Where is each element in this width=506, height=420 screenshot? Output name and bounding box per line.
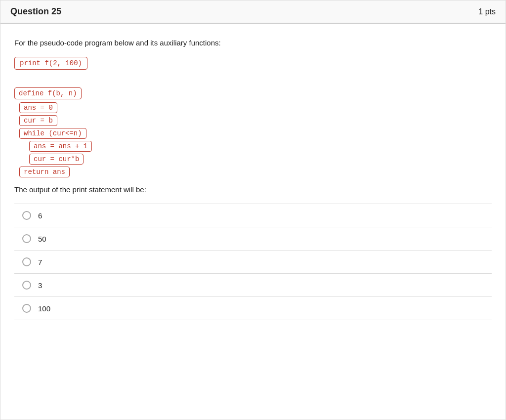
radio-button-1[interactable] (22, 234, 31, 243)
question-body: For the pseudo-code program below and it… (0, 24, 506, 330)
option-label-4: 100 (38, 304, 50, 313)
ans-update-line: ans = ans + 1 (29, 141, 92, 152)
radio-button-4[interactable] (22, 304, 31, 313)
output-text: The output of the print statement will b… (14, 185, 492, 194)
print-call: print f(2, 100) (14, 57, 87, 70)
while-inner: ans = ans + 1 cur = cur*b (19, 141, 492, 165)
define-structure: define f(b, n) ans = 0 cur = b while (cu… (14, 87, 492, 177)
print-call-section: print f(2, 100) (14, 57, 492, 78)
option-label-2: 7 (38, 258, 42, 266)
code-lines: ans = 0 cur = b while (cur<=n) ans = ans… (14, 102, 492, 177)
radio-button-0[interactable] (22, 211, 31, 220)
answer-option-0[interactable]: 6 (14, 204, 492, 227)
cur-update-line: cur = cur*b (29, 154, 84, 165)
answer-option-2[interactable]: 7 (14, 251, 492, 274)
radio-button-3[interactable] (22, 281, 31, 290)
while-block: while (cur<=n) ans = ans + 1 cur = cur*b (19, 128, 492, 165)
radio-button-2[interactable] (22, 257, 31, 266)
option-label-1: 50 (38, 235, 46, 243)
define-header: define f(b, n) (14, 87, 82, 99)
return-stmt-line: return ans (19, 167, 70, 177)
answer-option-1[interactable]: 50 (14, 227, 492, 251)
answer-option-3[interactable]: 3 (14, 274, 492, 297)
answer-option-4[interactable]: 100 (14, 297, 492, 320)
answer-options: 65073100 (14, 204, 492, 320)
question-title: Question 25 (10, 6, 61, 17)
cur-init-line: cur = b (19, 115, 57, 126)
question-text: For the pseudo-code program below and it… (14, 39, 492, 47)
while-header: while (cur<=n) (19, 128, 86, 139)
page-container: Question 25 1 pts For the pseudo-code pr… (0, 0, 506, 420)
ans-init-line: ans = 0 (19, 102, 57, 113)
option-label-3: 3 (38, 281, 42, 290)
question-header: Question 25 1 pts (0, 0, 506, 24)
question-pts: 1 pts (478, 7, 496, 16)
option-label-0: 6 (38, 211, 42, 220)
